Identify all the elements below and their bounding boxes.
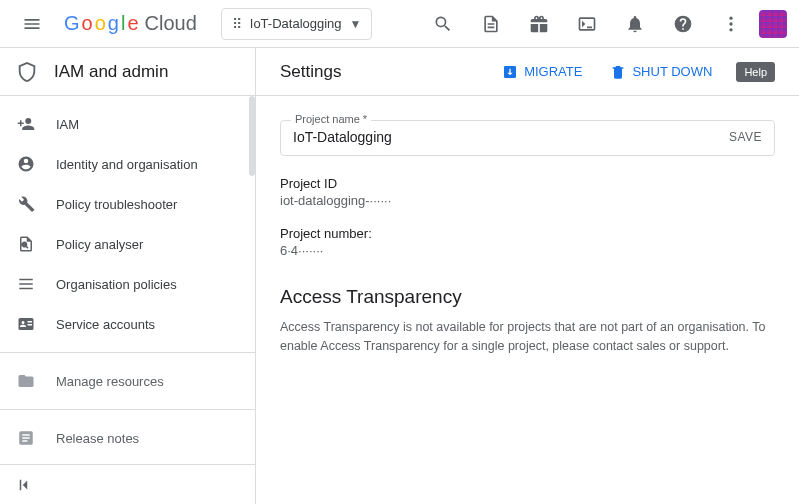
chevron-left-icon (16, 476, 34, 494)
project-number-value: 6·4······· (280, 243, 775, 258)
top-bar: Google Cloud ⠿ IoT-Datalogging ▼ (0, 0, 799, 48)
scrollbar-thumb[interactable] (249, 96, 255, 176)
shield-icon (16, 61, 38, 83)
menu-icon[interactable] (12, 4, 52, 44)
sidebar-title: IAM and admin (54, 62, 168, 82)
project-id-block: Project ID iot-datalogging-······ (280, 176, 775, 208)
sidebar-item-iam[interactable]: IAM (0, 104, 255, 144)
notifications-icon[interactable] (615, 4, 655, 44)
content-header: Settings MIGRATE SHUT DOWN Help (256, 48, 799, 96)
svg-point-1 (729, 22, 732, 25)
project-number-block: Project number: 6·4······· (280, 226, 775, 258)
help-badge[interactable]: Help (736, 62, 775, 82)
badge-icon (16, 314, 36, 334)
divider (0, 352, 255, 353)
avatar[interactable] (759, 10, 787, 38)
google-cloud-logo[interactable]: Google Cloud (64, 12, 197, 35)
person-circle-icon (16, 154, 36, 174)
collapse-sidebar-button[interactable] (0, 464, 255, 504)
chevron-down-icon: ▼ (350, 17, 362, 31)
page-title: Settings (280, 62, 341, 82)
sidebar-item-label: Policy analyser (56, 237, 143, 252)
doc-search-icon (16, 234, 36, 254)
main-area: IAM and admin IAM Identity and organisat… (0, 48, 799, 504)
sidebar-item-manage-resources[interactable]: Manage resources (0, 361, 255, 401)
svg-point-2 (729, 28, 732, 31)
migrate-button[interactable]: MIGRATE (498, 58, 586, 86)
document-icon[interactable] (471, 4, 511, 44)
migrate-label: MIGRATE (524, 64, 582, 79)
svg-rect-3 (20, 479, 22, 490)
shutdown-button[interactable]: SHUT DOWN (606, 58, 716, 86)
project-name-input[interactable] (293, 129, 729, 145)
content-body: Project name * SAVE Project ID iot-datal… (256, 96, 799, 380)
sidebar-list: IAM Identity and organisation Policy tro… (0, 96, 255, 464)
sidebar-item-label: Manage resources (56, 374, 164, 389)
sidebar: IAM and admin IAM Identity and organisat… (0, 48, 256, 504)
project-icon: ⠿ (232, 16, 242, 32)
more-icon[interactable] (711, 4, 751, 44)
logo-cloud-text: Cloud (145, 12, 197, 35)
project-selector-name: IoT-Datalogging (250, 16, 342, 31)
sidebar-item-org-policies[interactable]: Organisation policies (0, 264, 255, 304)
sidebar-item-label: Identity and organisation (56, 157, 198, 172)
notes-icon (16, 428, 36, 448)
migrate-icon (502, 64, 518, 80)
project-name-label: Project name * (291, 113, 371, 125)
project-selector[interactable]: ⠿ IoT-Datalogging ▼ (221, 8, 373, 40)
divider (0, 409, 255, 410)
content: Settings MIGRATE SHUT DOWN Help Project … (256, 48, 799, 504)
sidebar-header: IAM and admin (0, 48, 255, 96)
save-button[interactable]: SAVE (729, 130, 762, 144)
sidebar-item-troubleshooter[interactable]: Policy troubleshooter (0, 184, 255, 224)
access-transparency-body: Access Transparency is not available for… (280, 318, 775, 356)
shutdown-label: SHUT DOWN (632, 64, 712, 79)
sidebar-item-label: Policy troubleshooter (56, 197, 177, 212)
folder-icon (16, 371, 36, 391)
list-icon (16, 274, 36, 294)
search-icon[interactable] (423, 4, 463, 44)
person-add-icon (16, 114, 36, 134)
trash-icon (610, 64, 626, 80)
sidebar-item-label: IAM (56, 117, 79, 132)
sidebar-item-label: Service accounts (56, 317, 155, 332)
gift-icon[interactable] (519, 4, 559, 44)
sidebar-item-label: Release notes (56, 431, 139, 446)
access-transparency-heading: Access Transparency (280, 286, 775, 308)
wrench-icon (16, 194, 36, 214)
cloud-shell-icon[interactable] (567, 4, 607, 44)
help-icon[interactable] (663, 4, 703, 44)
project-id-label: Project ID (280, 176, 775, 191)
project-id-value: iot-datalogging-······ (280, 193, 775, 208)
sidebar-item-label: Organisation policies (56, 277, 177, 292)
sidebar-item-analyser[interactable]: Policy analyser (0, 224, 255, 264)
sidebar-item-service-accounts[interactable]: Service accounts (0, 304, 255, 344)
sidebar-item-identity[interactable]: Identity and organisation (0, 144, 255, 184)
sidebar-item-release-notes[interactable]: Release notes (0, 418, 255, 458)
svg-point-0 (729, 16, 732, 19)
project-name-field: Project name * SAVE (280, 120, 775, 156)
project-number-label: Project number: (280, 226, 775, 241)
